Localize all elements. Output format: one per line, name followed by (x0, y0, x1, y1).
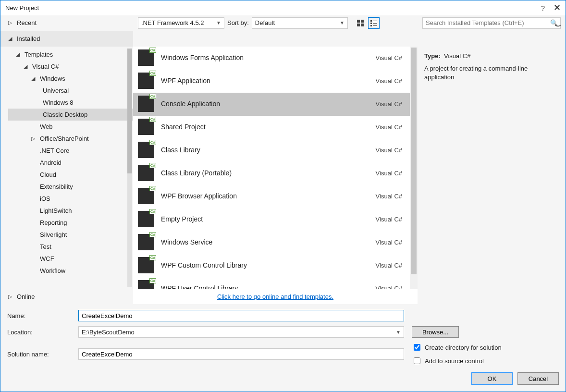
solution-name-input[interactable] (78, 348, 404, 360)
add-source-control-label: Add to source control (425, 357, 484, 365)
tree-item-universal[interactable]: Universal (8, 85, 133, 97)
filter-bar: .NET Framework 4.5.2▼ Sort by: Default▼ (133, 17, 418, 29)
svg-rect-4 (370, 20, 372, 22)
template-name: WPF User Control Library (161, 284, 369, 289)
tree-item-ios[interactable]: iOS (8, 193, 133, 205)
tree-item-visual-csharp[interactable]: ◢Visual C# (8, 61, 133, 73)
templates-scrollbar-thumb[interactable] (411, 48, 417, 274)
online-templates-link[interactable]: Click here to go online and find templat… (217, 293, 333, 300)
template-row[interactable]: Shared ProjectVisual C# (133, 116, 418, 139)
template-name: WPF Custom Control Library (161, 261, 369, 269)
svg-rect-1 (361, 20, 364, 23)
sort-by-selector[interactable]: Default▼ (252, 17, 348, 29)
svg-rect-2 (357, 24, 360, 26)
template-row[interactable]: Console ApplicationVisual C# (133, 93, 418, 116)
template-language: Visual C# (376, 100, 402, 108)
template-name: Console Application (161, 100, 369, 108)
tree-item-android[interactable]: Android (8, 157, 133, 169)
svg-rect-6 (370, 23, 372, 24)
close-icon[interactable]: ✕ (554, 2, 561, 13)
template-row[interactable]: Windows ServiceVisual C# (133, 231, 418, 254)
project-template-icon (138, 257, 154, 273)
chevron-right-icon: ▷ (8, 294, 14, 300)
tree-item-silverlight[interactable]: Silverlight (8, 229, 133, 241)
bottom-form: Name: Location: E:\ByteScoutDemo ▼ Brows… (0, 304, 566, 392)
project-template-icon (138, 165, 154, 181)
svg-rect-9 (373, 25, 377, 26)
template-row[interactable]: WPF Browser ApplicationVisual C# (133, 185, 418, 208)
template-language: Visual C# (376, 147, 402, 154)
sidebar-scrollbar-thumb[interactable] (127, 49, 132, 173)
tree-item-wcf[interactable]: WCF (8, 253, 133, 265)
tree-item-lightswitch[interactable]: LightSwitch (8, 205, 133, 217)
template-language: Visual C# (376, 54, 402, 61)
create-directory-checkbox[interactable] (414, 344, 420, 351)
template-row[interactable]: WPF ApplicationVisual C# (133, 70, 418, 93)
template-language: Visual C# (376, 285, 402, 289)
browse-button[interactable]: Browse... (412, 326, 459, 338)
cancel-button[interactable]: Cancel (517, 372, 559, 385)
tree-item-classic-desktop[interactable]: Classic Desktop (8, 109, 133, 121)
name-input[interactable] (78, 310, 404, 321)
svg-rect-0 (357, 20, 360, 23)
type-value: Visual C# (444, 52, 470, 60)
project-template-icon (138, 188, 154, 204)
tree-item-office-sharepoint[interactable]: ▷Office/SharePoint (8, 133, 133, 145)
template-row[interactable]: Class LibraryVisual C# (133, 139, 418, 162)
sidebar-section-installed[interactable]: ◢ Installed (0, 31, 133, 47)
template-list: Windows Forms ApplicationVisual C#WPF Ap… (133, 47, 418, 289)
sort-by-label: Sort by: (227, 19, 249, 26)
create-directory-label: Create directory for solution (425, 344, 502, 351)
search-input[interactable] (422, 17, 561, 29)
chevron-down-icon: ▼ (340, 20, 345, 25)
tree-item-templates[interactable]: ◢Templates (8, 49, 133, 61)
view-medium-icons-button[interactable] (355, 17, 366, 29)
help-icon[interactable]: ? (541, 4, 545, 12)
svg-rect-8 (370, 25, 372, 26)
search-box: 🔍͜ (422, 17, 561, 29)
search-icon[interactable]: 🔍͜ (550, 19, 558, 26)
add-source-control-checkbox[interactable] (414, 357, 420, 364)
template-name: WPF Application (161, 77, 369, 85)
tree-item-workflow[interactable]: Workflow (8, 265, 133, 277)
online-label: Online (17, 293, 35, 300)
tree-item-net-core[interactable]: .NET Core (8, 145, 133, 157)
template-row[interactable]: Class Library (Portable)Visual C# (133, 162, 418, 185)
template-row[interactable]: WPF Custom Control LibraryVisual C# (133, 254, 418, 277)
project-template-icon (138, 49, 154, 66)
chevron-right-icon: ▷ (8, 20, 14, 26)
svg-rect-7 (373, 23, 377, 24)
location-input[interactable]: E:\ByteScoutDemo ▼ (78, 326, 404, 338)
template-name: Empty Project (161, 215, 369, 223)
template-language: Visual C# (376, 77, 402, 85)
sidebar-section-online[interactable]: ▷ Online (0, 289, 133, 304)
template-row[interactable]: Windows Forms ApplicationVisual C# (133, 47, 418, 70)
svg-rect-3 (361, 24, 364, 26)
tree-item-extensibility[interactable]: Extensibility (8, 181, 133, 193)
project-template-icon (138, 211, 154, 227)
chevron-down-icon: ◢ (8, 36, 14, 42)
framework-selector[interactable]: .NET Framework 4.5.2▼ (138, 17, 224, 29)
tree-item-test[interactable]: Test (8, 241, 133, 253)
sidebar-section-recent[interactable]: ▷ Recent (0, 15, 133, 31)
tree-item-web[interactable]: Web (8, 121, 133, 133)
template-name: Shared Project (161, 123, 369, 131)
type-label: Type: (424, 52, 441, 60)
project-template-icon (138, 142, 154, 158)
tree-item-reporting[interactable]: Reporting (8, 217, 133, 229)
tree-item-cloud[interactable]: Cloud (8, 169, 133, 181)
project-template-icon (138, 119, 154, 135)
tree-item-windows[interactable]: ◢Windows (8, 73, 133, 85)
ok-button[interactable]: OK (471, 372, 513, 385)
window-title: New Project (5, 4, 39, 12)
template-name: Class Library (Portable) (161, 169, 369, 177)
template-row[interactable]: Empty ProjectVisual C# (133, 208, 418, 231)
solution-name-label: Solution name: (7, 351, 78, 358)
title-bar: New Project ? ✕ (0, 0, 566, 15)
new-project-dialog: New Project ? ✕ ▷ Recent .NET Framework … (0, 0, 566, 392)
template-name: Class Library (161, 146, 369, 154)
tree-item-windows8[interactable]: Windows 8 (8, 97, 133, 109)
view-small-icons-button[interactable] (368, 17, 380, 29)
template-row[interactable]: WPF User Control LibraryVisual C# (133, 277, 418, 289)
template-name: Windows Service (161, 238, 369, 246)
